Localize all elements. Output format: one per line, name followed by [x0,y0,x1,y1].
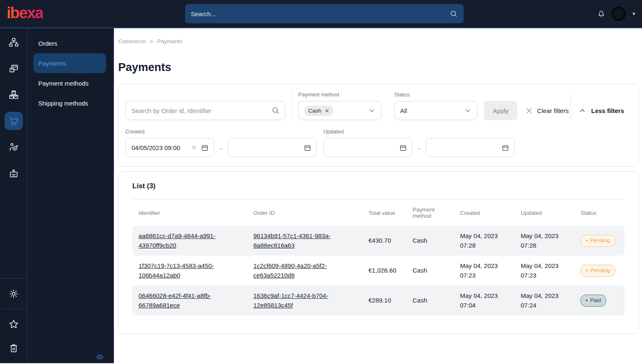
marketing-target-icon[interactable] [5,138,23,156]
col-order-id: Order ID [253,210,368,216]
payment-method-filter: Payment method Cash [298,91,381,120]
payment-method: Cash [412,295,460,305]
chip-close-icon[interactable] [325,108,329,113]
page-title: Payments [118,61,639,74]
settings-gear-icon[interactable] [5,285,23,303]
less-filters-toggle[interactable]: Less filters [579,101,624,120]
updated-date: May 04, 2023 07:23 [521,261,580,280]
sidebar-item-shipping-methods[interactable]: Shipping methods [33,93,106,113]
payment-method-select[interactable]: Cash [298,101,381,120]
content-tree-icon[interactable] [5,33,23,52]
list-title: List (3) [132,182,625,190]
col-created: Created [460,210,521,216]
total-value: €1,026.60 [368,266,412,275]
trash-icon[interactable] [5,339,23,357]
created-filter: Created 04/05/2023 09:00 – [125,128,316,157]
table-row: aa6861cc-d7a9-4844-a991-43970ff9cb20 961… [132,226,625,256]
status-badge: Pending [580,235,615,247]
search-icon[interactable] [271,106,280,116]
col-identifier: Identifier [138,210,253,216]
identifier-link[interactable]: 06466028-e42f-4f41-a8fb-66789a681ece [138,291,253,310]
icon-rail [0,28,27,363]
less-filters-label: Less filters [591,107,624,114]
chevron-down-icon[interactable]: ▼ [632,11,636,16]
global-search[interactable] [185,4,464,23]
apply-button[interactable]: Apply [484,101,517,120]
updated-to-input[interactable] [426,138,515,157]
total-value: €289.10 [368,295,412,305]
col-status: Status [580,210,625,216]
breadcrumb-payments: Payments [157,38,182,44]
topbar: ibexa ▼ [0,0,642,28]
sidebar-item-payment-methods[interactable]: Payment methods [33,73,106,93]
breadcrumb-commerce[interactable]: Commerce [118,38,146,44]
secondary-sidebar: Orders Payments Payment methods Shipping… [27,28,114,363]
clear-filters-label: Clear filters [537,107,569,114]
status-text: Paid [590,296,601,305]
search-icon[interactable] [449,10,458,18]
commerce-cart-icon[interactable] [5,112,23,130]
status-filter: Status All [394,91,477,120]
total-value: €430.70 [368,236,412,245]
topbar-actions: ▼ [597,0,636,27]
ibexa-logo[interactable]: ibexa [7,5,43,22]
payment-method-label: Payment method [298,91,381,98]
status-badge: Paid [580,295,606,307]
calendar-icon[interactable] [304,144,311,152]
close-icon [526,107,533,114]
created-to-input[interactable] [228,138,317,157]
notifications-bell-icon[interactable] [597,9,606,18]
filter-search-input[interactable] [125,101,285,120]
status-select[interactable]: All [394,101,477,120]
updated-from-input[interactable] [323,138,412,157]
col-updated: Updated [521,210,580,216]
updated-date: May 04, 2023 07:24 [521,291,580,310]
main-content: Commerce > Payments Payments Payment met… [114,28,642,363]
pages-icon[interactable] [5,59,23,78]
created-date: May 04, 2023 07:28 [460,231,521,251]
updated-date: May 04, 2023 07:28 [521,231,580,251]
avatar[interactable] [612,7,626,21]
created-from-input[interactable]: 04/05/2023 09:00 [125,138,214,157]
sidebar-item-payments[interactable]: Payments [33,53,106,73]
status-value: All [400,107,407,114]
identifier-link[interactable]: aa6861cc-d7a9-4844-a991-43970ff9cb20 [138,231,253,251]
table-header: Identifier Order ID Total value Payment … [132,199,625,226]
created-label: Created [125,128,316,135]
favorites-star-icon[interactable] [5,315,23,333]
clear-filters-button[interactable]: Clear filters [526,101,569,120]
chevron-down-icon [368,107,375,114]
updated-filter: Updated – [323,128,515,157]
order-id-link[interactable]: 96134b91-57c1-4361-983a-8a88ec816a63 [253,231,368,251]
rail-bottom-group [0,278,27,363]
col-total-value: Total value [368,210,412,216]
order-id-link[interactable]: 1c2cf609-4890-4a20-a5f2-ce63a52210d8 [253,261,368,280]
calendar-icon[interactable] [201,144,209,152]
chevron-up-icon [579,107,586,114]
sidebar-collapse-icon[interactable] [95,352,104,362]
payment-method: Cash [412,236,460,245]
status-label: Status [394,91,477,98]
payments-list-panel: List (3) Identifier Order ID Total value… [118,171,639,334]
identifier-link[interactable]: 1f307c19-7c13-4583-a450-106b44a12ab0 [138,261,253,280]
products-icon[interactable] [5,86,23,104]
table-row: 06466028-e42f-4f41-a8fb-66789a681ece 163… [132,285,625,315]
payment-method-chip[interactable]: Cash [304,106,333,116]
breadcrumb-separator: > [150,38,153,44]
table-row: 1f307c19-7c13-4583-a450-106b44a12ab0 1c2… [132,256,625,285]
range-separator: – [219,144,222,152]
sidebar-item-orders[interactable]: Orders [33,33,106,53]
range-separator: – [417,144,421,152]
clear-date-icon[interactable] [191,145,197,150]
global-search-input[interactable] [185,10,449,17]
created-date: May 04, 2023 07:23 [460,261,521,280]
filters-panel: Payment method Cash [118,84,639,167]
badge-icon[interactable] [5,164,23,182]
status-badge: Pending [580,265,615,277]
created-from-value: 04/05/2023 09:00 [131,144,187,151]
calendar-icon[interactable] [501,144,509,152]
calendar-icon[interactable] [399,144,407,152]
chevron-down-icon [464,107,472,114]
col-payment-method: Payment method [412,207,460,219]
order-id-link[interactable]: 1636c9af-1cc7-4424-b704-12e85813c45f [253,291,368,310]
